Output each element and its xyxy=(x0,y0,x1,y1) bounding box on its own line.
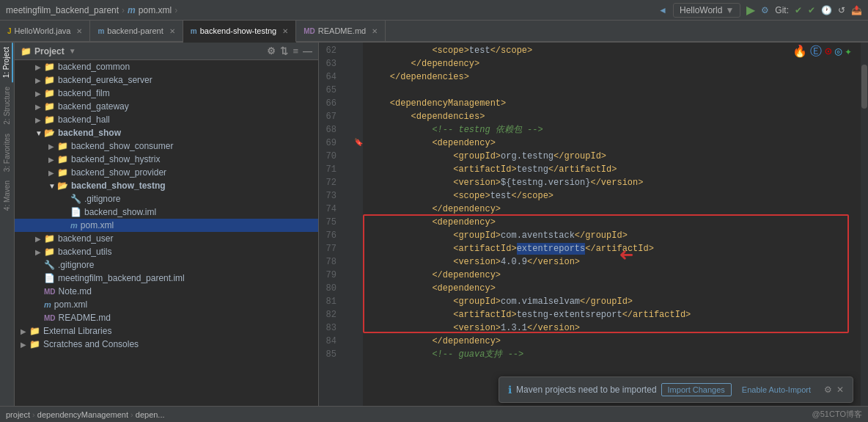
vertical-scrollbar[interactable] xyxy=(861,43,868,406)
git-push[interactable]: 📤 xyxy=(851,5,862,15)
side-tab-favorites[interactable]: 3: Favorites xyxy=(1,129,12,176)
tab-backend-parent[interactable]: m backend-parent ✕ xyxy=(90,21,183,41)
tree-item-meetingfilm-iml[interactable]: 📄 meetingfilm_backend_parent.iml xyxy=(15,272,318,285)
git-check2[interactable]: ✔ xyxy=(808,5,815,15)
tree-item-backend-film[interactable]: ▶ 📁 backend_film xyxy=(15,87,318,100)
opera-icon[interactable]: ⊙ xyxy=(825,46,832,59)
tree-item-backend-show-testng[interactable]: ▼ 📂 backend_show_testng xyxy=(15,179,318,192)
tab-xml-icon2: m xyxy=(191,27,197,35)
notification-bar: ℹ Maven projects need to be imported Imp… xyxy=(499,376,853,403)
code-editor[interactable]: <scope>test</scope> </dependency> </depe… xyxy=(363,43,861,406)
expand-arrow: ▶ xyxy=(48,169,57,177)
hello-world-label[interactable]: HelloWorld xyxy=(680,5,722,15)
tree-item-backend-show-iml[interactable]: 📄 backend_show.iml xyxy=(15,205,318,219)
status-path: project › dependencyManagement › depen..… xyxy=(6,410,165,419)
cto-watermark: @51CTO博客 xyxy=(812,409,862,420)
tab-xml-icon: m xyxy=(98,27,104,35)
dropdown-icon[interactable]: ▼ xyxy=(725,5,734,15)
item-label: backend_show.iml xyxy=(84,207,156,217)
code-line-76: <groupId>com.aventstack</groupId> xyxy=(369,229,855,242)
expand-arrow: ▶ xyxy=(35,248,44,256)
tab-close-icon[interactable]: ✕ xyxy=(372,27,378,35)
notification-close-icon[interactable]: ✕ xyxy=(836,385,844,395)
tree-item-backend-eureka[interactable]: ▶ 📁 backend_eureka_server xyxy=(15,73,318,87)
tree-item-backend-show-consumer[interactable]: ▶ 📁 backend_show_consumer xyxy=(15,139,318,153)
dropdown-arrow[interactable]: ▼ xyxy=(69,47,76,55)
tab-close-icon[interactable]: ✕ xyxy=(169,27,175,35)
git-label: Git: xyxy=(775,5,789,15)
tab-close-icon[interactable]: ✕ xyxy=(76,27,82,35)
sort-icon[interactable]: ⇅ xyxy=(280,46,288,57)
folder-icon: 📁 xyxy=(44,233,55,244)
tree-item-gitignore1[interactable]: 🔧 .gitignore xyxy=(15,192,318,205)
git-revert[interactable]: ↺ xyxy=(838,5,845,15)
hide-icon[interactable]: — xyxy=(303,46,312,57)
run-btn[interactable]: ▶ xyxy=(746,3,755,17)
tree-item-note-md[interactable]: MD Note.md xyxy=(15,285,318,298)
expand-arrow: ▼ xyxy=(48,182,57,190)
folder-icon: 📁 xyxy=(44,247,55,257)
settings-icon[interactable]: ≡ xyxy=(293,46,298,57)
tree-item-gitignore-root[interactable]: 🔧 .gitignore xyxy=(15,258,318,272)
side-tab-structure[interactable]: 2: Structure xyxy=(1,82,12,129)
browser-icons: 🔥 Ⓔ ⊙ ◎ ✦ xyxy=(792,46,852,59)
chrome-icon[interactable]: ◎ xyxy=(835,46,842,59)
code-line-81: <groupId>com.vimalselvam</groupId> xyxy=(369,295,855,308)
git-check1[interactable]: ✔ xyxy=(795,5,802,15)
notification-settings-icon[interactable]: ⚙ xyxy=(824,385,832,395)
build-icon[interactable]: ⚙ xyxy=(761,5,769,15)
tree-item-backend-user[interactable]: ▶ 📁 backend_user xyxy=(15,232,318,245)
side-tab-maven[interactable]: 4: Maven xyxy=(1,176,12,215)
item-label: Scratches and Consoles xyxy=(43,339,139,349)
tree-item-backend-gateway[interactable]: ▶ 📁 backend_gateway xyxy=(15,100,318,113)
expand-arrow: ▶ xyxy=(21,341,29,349)
code-line-66: <dependencyManagement> xyxy=(369,97,855,110)
tree-item-pom-xml[interactable]: m pom.xml xyxy=(15,219,318,232)
tree-item-backend-common[interactable]: ▶ 📁 backend_common xyxy=(15,60,318,73)
panel-header: 📁 Project ▼ ⚙ ⇅ ≡ — xyxy=(15,43,318,60)
item-label: backend_gateway xyxy=(58,101,129,112)
folder-icon: 📁 xyxy=(57,167,68,178)
tab-close-icon[interactable]: ✕ xyxy=(282,27,288,35)
item-label: backend_show_provider xyxy=(71,167,166,178)
item-label: backend_hall xyxy=(58,114,110,125)
ie-icon[interactable]: Ⓔ xyxy=(810,46,822,59)
tree-item-backend-show-hystrix[interactable]: ▶ 📁 backend_show_hystrix xyxy=(15,153,318,166)
code-line-71: <artifactId>testng</artifactId> xyxy=(369,163,855,176)
tree-item-readme[interactable]: MD README.md xyxy=(15,311,318,324)
project-breadcrumb[interactable]: meetingfilm_backend_parent xyxy=(6,5,119,15)
tree-item-backend-hall[interactable]: ▶ 📁 backend_hall xyxy=(15,113,318,126)
tree-item-backend-utils[interactable]: ▶ 📁 backend_utils xyxy=(15,245,318,258)
scrollbar-thumb[interactable] xyxy=(861,65,867,109)
git-history[interactable]: 🕐 xyxy=(821,5,832,15)
back-icon[interactable]: ◄ xyxy=(658,5,667,15)
panel-header-icons: ⚙ ⇅ ≡ — xyxy=(267,46,312,57)
tree-item-backend-show-provider[interactable]: ▶ 📁 backend_show_provider xyxy=(15,166,318,179)
maven-icon: m xyxy=(128,5,136,15)
tab-helloworld[interactable]: J HelloWorld.java ✕ xyxy=(0,21,90,41)
code-line-77: <artifactId>extentreports</artifactId> xyxy=(369,242,855,255)
side-tab-project[interactable]: 1: Project xyxy=(1,43,13,82)
code-line-70: <groupId>org.testng</groupId> xyxy=(369,150,855,163)
tree-item-scratches[interactable]: ▶ 📁 Scratches and Consoles xyxy=(15,338,318,351)
tab-backend-show-testng[interactable]: m backend-show-testng ✕ xyxy=(183,21,296,43)
code-line-74: </dependency> xyxy=(369,203,855,216)
safari-icon[interactable]: ✦ xyxy=(845,46,852,59)
xml-file-icon: m xyxy=(44,300,51,309)
sync-icon[interactable]: ⚙ xyxy=(267,46,276,57)
import-changes-button[interactable]: Import Changes xyxy=(661,383,732,396)
code-line-80: <dependency> xyxy=(369,282,855,295)
line-numbers: 62 63 64 65 66 67 68 69🔖 70 71 72 73 74 … xyxy=(319,43,363,406)
enable-auto-import-button[interactable]: Enable Auto-Import xyxy=(736,383,817,396)
item-label: backend_film xyxy=(58,88,110,98)
code-line-82: <artifactId>testng-extentsreport</artifa… xyxy=(369,308,855,321)
item-label: pom.xml xyxy=(54,299,87,310)
tab-readme[interactable]: MD README.md ✕ xyxy=(296,21,386,41)
status-bar: project › dependencyManagement › depen..… xyxy=(0,406,868,422)
file-breadcrumb[interactable]: pom.xml xyxy=(139,5,172,15)
tree-item-external-libs[interactable]: ▶ 📁 External Libraries xyxy=(15,324,318,338)
tab-label: README.md xyxy=(318,26,366,35)
tree-item-backend-show[interactable]: ▼ 📂 backend_show xyxy=(15,126,318,139)
firefox-icon[interactable]: 🔥 xyxy=(792,46,807,59)
tree-item-pom-root[interactable]: m pom.xml xyxy=(15,298,318,311)
